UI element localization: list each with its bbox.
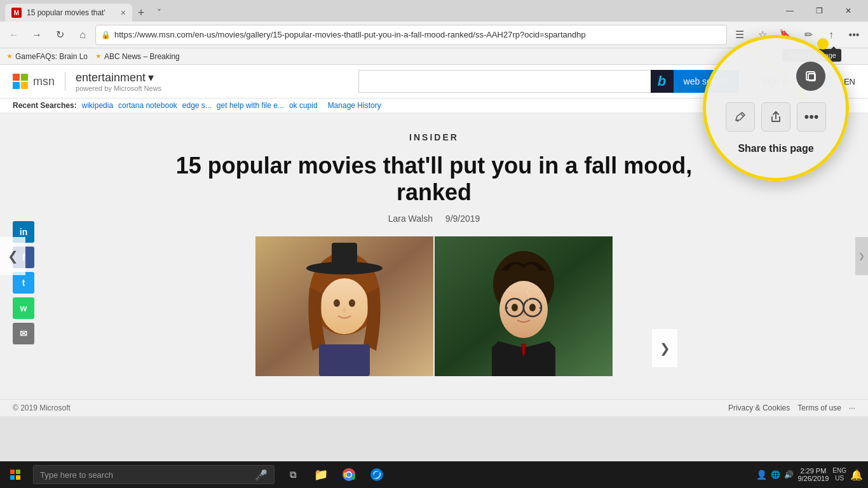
start-button[interactable] [0, 461, 31, 488]
favorite-item-gamefaqs[interactable]: ★ GameFAQs: Brain Lo [6, 52, 88, 61]
recent-search-okcupid[interactable]: ok cupid [289, 101, 318, 110]
title-bar: M 15 popular movies that' × + ˅ — ❐ ✕ [0, 0, 868, 22]
more-icon: ••• [849, 29, 860, 41]
windows-icon-red [10, 470, 15, 474]
favorite-label: ABC News – Breaking [104, 52, 180, 61]
taskbar: Type here to search 🎤 ⧉ 📁 [0, 461, 868, 488]
svg-point-31 [370, 468, 383, 481]
chrome-icon [342, 468, 355, 481]
taskbar-search-box[interactable]: Type here to search 🎤 [33, 465, 275, 484]
notification-icon[interactable]: 🔔 [850, 469, 863, 481]
share-whatsapp-button[interactable]: w [13, 297, 34, 319]
edge-icon [370, 468, 383, 481]
copy-icon [804, 69, 818, 83]
search-input[interactable] [358, 70, 651, 93]
hermione-illustration [255, 236, 433, 376]
lock-icon: 🔒 [101, 30, 111, 39]
recent-search-edge[interactable]: edge s... [182, 101, 212, 110]
svg-rect-1 [21, 74, 28, 81]
msn-text: msn [33, 75, 55, 88]
article-image-1 [255, 236, 433, 376]
volume-icon[interactable]: 🔊 [784, 470, 794, 479]
chrome-button[interactable] [336, 461, 362, 488]
msn-divider [65, 72, 65, 91]
ellipsis-icon: ••• [804, 109, 818, 125]
tab-favicon: M [11, 8, 22, 18]
svg-point-10 [349, 299, 355, 307]
taskbar-system-tray: 👤 🌐 🔊 2:29 PM 9/26/2019 ENG US 🔔 [751, 467, 868, 482]
favorite-label: GameFAQs: Brain Lo [15, 52, 88, 61]
star-icon: ★ [6, 52, 13, 60]
network-icon[interactable]: 🌐 [771, 470, 780, 479]
file-explorer-button[interactable]: 📁 [308, 461, 334, 488]
more-links[interactable]: ··· [849, 403, 855, 412]
clock-widget[interactable]: 2:29 PM 9/26/2019 [797, 467, 829, 482]
forward-button[interactable]: → [27, 25, 47, 45]
microphone-icon[interactable]: 🎤 [255, 469, 268, 481]
tab-overflow-button[interactable]: ˅ [150, 4, 168, 22]
article-author: Lara Walsh [388, 214, 433, 224]
language-indicator: ENG US [832, 467, 846, 482]
copy-link-button[interactable] [796, 62, 825, 91]
zoom-circle: ••• Share this page [703, 35, 849, 181]
task-view-icon: ⧉ [290, 469, 297, 480]
more-options-button[interactable]: ••• [797, 102, 826, 132]
manage-history-link[interactable]: Manage History [328, 101, 381, 110]
task-view-button[interactable]: ⧉ [280, 461, 306, 488]
share-page-button[interactable] [761, 102, 790, 132]
share-arrow-icon [769, 110, 783, 124]
recent-search-wikipedia[interactable]: wikipedia [82, 101, 113, 110]
zoom-overlay: ••• Share this page [703, 35, 849, 181]
linkedin-icon: in [20, 227, 27, 237]
close-button[interactable]: ✕ [834, 0, 863, 22]
new-tab-button[interactable]: + [132, 4, 150, 22]
article-title: 15 popular movies that'll put you in a f… [148, 152, 720, 206]
zoom-content: ••• Share this page [706, 51, 846, 165]
svg-point-20 [512, 304, 518, 311]
bing-letter: b [658, 73, 666, 90]
date-display: 9/26/2019 [797, 475, 829, 482]
whatsapp-icon: w [20, 303, 27, 313]
chevron-right-icon: ❯ [660, 341, 670, 356]
carousel-next-button[interactable]: ❯ [652, 329, 677, 367]
msn-logo: msn [13, 74, 55, 89]
back-button[interactable]: ← [4, 25, 24, 45]
chevron-right-small-icon: ❯ [858, 252, 865, 261]
recent-search-gethelp[interactable]: get help with file e... [217, 101, 284, 110]
windows-icon-yellow [16, 475, 20, 480]
chevron-down-icon[interactable]: ▾ [148, 71, 154, 85]
carousel-edge-button[interactable]: ❯ [855, 237, 868, 275]
recent-search-cortana[interactable]: cortana notebook [118, 101, 177, 110]
article-date: 9/9/2019 [445, 214, 480, 224]
tab-close-button[interactable]: × [121, 8, 126, 18]
address-bar[interactable]: 🔒 https://www.msn.com/en-us/movies/galle… [95, 25, 727, 45]
svg-rect-0 [13, 74, 20, 81]
svg-rect-3 [21, 82, 28, 89]
section-label: entertainment ▾ [76, 71, 161, 85]
share-twitter-button[interactable]: t [13, 272, 34, 294]
svg-rect-7 [332, 243, 357, 271]
twitter-icon: t [22, 278, 25, 288]
msn-search: b web search [358, 70, 740, 93]
bing-logo: b [651, 70, 674, 93]
copyright-text: © 2019 Microsoft [13, 403, 71, 412]
refresh-button[interactable]: ↻ [50, 25, 70, 45]
minimize-button[interactable]: — [775, 0, 804, 22]
home-button[interactable]: ⌂ [72, 25, 93, 45]
svg-point-21 [529, 304, 536, 311]
terms-link[interactable]: Terms of use [797, 403, 841, 412]
active-tab[interactable]: M 15 popular movies that' × [5, 4, 132, 22]
privacy-link[interactable]: Privacy & Cookies [728, 403, 790, 412]
msn-section: entertainment ▾ powered by Microsoft New… [76, 71, 161, 92]
article-meta: Lara Walsh 9/9/2019 [13, 214, 855, 224]
time-display: 2:29 PM [800, 467, 826, 475]
edge-button[interactable] [363, 461, 390, 488]
share-email-button[interactable]: ✉ [13, 323, 34, 344]
make-note-button[interactable] [726, 102, 755, 132]
carousel-prev-button[interactable]: ❮ [0, 237, 25, 275]
favorite-item-abcnews[interactable]: ★ ABC News – Breaking [95, 52, 180, 61]
windows-icon-blue [10, 475, 15, 480]
maximize-button[interactable]: ❐ [804, 0, 834, 22]
recent-searches-label: Recent Searches: [13, 101, 77, 110]
people-icon[interactable]: 👤 [756, 470, 767, 480]
